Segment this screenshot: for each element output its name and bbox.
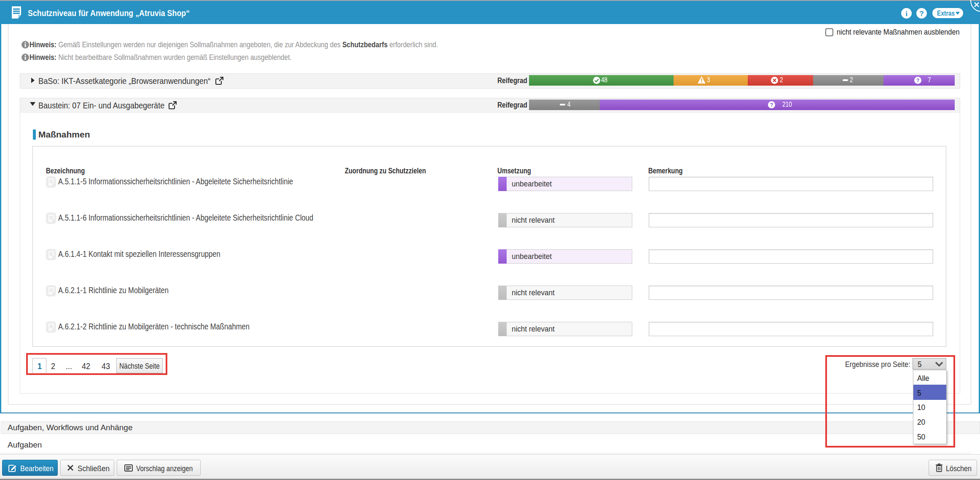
svg-text:?: ? — [919, 10, 924, 18]
svg-text:i: i — [905, 10, 908, 18]
svg-text:?: ? — [916, 78, 920, 84]
svg-text:?: ? — [770, 102, 773, 108]
